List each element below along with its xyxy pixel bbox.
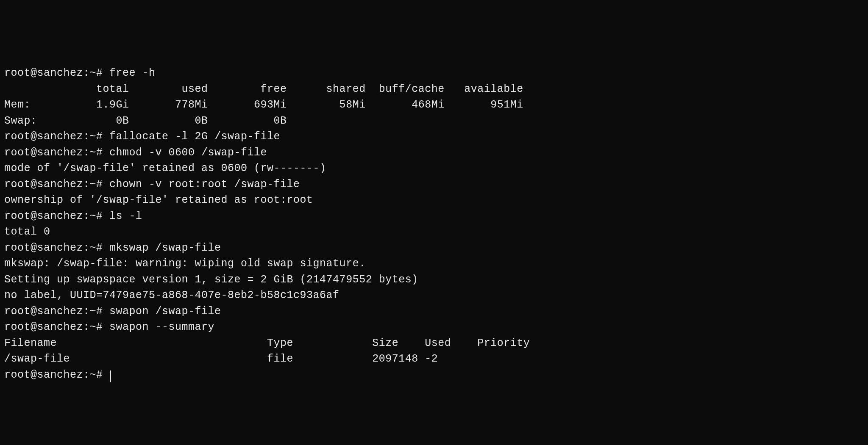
command-text: chown -v root:root /swap-file (109, 178, 300, 191)
terminal-output[interactable]: root@sanchez:~# free -h total used free … (4, 65, 864, 383)
cmd-line-current[interactable]: root@sanchez:~# (4, 367, 864, 383)
command-text: mkswap /swap-file (109, 242, 221, 254)
chmod-output: mode of '/swap-file' retained as 0600 (r… (4, 160, 864, 177)
free-mem-row: Mem: 1.9Gi 778Mi 693Mi 58Mi 468Mi 951Mi (4, 97, 864, 113)
command-text: swapon /swap-file (109, 305, 221, 318)
prompt: root@sanchez:~# (4, 210, 109, 222)
free-header: total used free shared buff/cache availa… (4, 81, 864, 97)
command-text: fallocate -l 2G /swap-file (109, 130, 280, 143)
cmd-line-swapon-summary: root@sanchez:~# swapon --summary (4, 319, 864, 335)
cmd-line-mkswap: root@sanchez:~# mkswap /swap-file (4, 240, 864, 256)
free-swap-row: Swap: 0B 0B 0B (4, 113, 864, 129)
cmd-line-ls: root@sanchez:~# ls -l (4, 208, 864, 224)
prompt: root@sanchez:~# (4, 67, 109, 79)
ls-output: total 0 (4, 224, 864, 240)
prompt: root@sanchez:~# (4, 146, 109, 159)
prompt: root@sanchez:~# (4, 321, 109, 333)
command-text: swapon --summary (109, 321, 214, 333)
cmd-line-swapon: root@sanchez:~# swapon /swap-file (4, 304, 864, 320)
cmd-line-free: root@sanchez:~# free -h (4, 65, 864, 81)
swapon-header: Filename Type Size Used Priority (4, 335, 864, 351)
prompt: root@sanchez:~# (4, 242, 109, 254)
prompt: root@sanchez:~# (4, 369, 109, 381)
prompt: root@sanchez:~# (4, 178, 109, 191)
mkswap-output-3: no label, UUID=7479ae75-a868-407e-8eb2-b… (4, 287, 864, 304)
mkswap-output-1: mkswap: /swap-file: warning: wiping old … (4, 256, 864, 272)
swapon-row: /swap-file file 2097148 -2 (4, 351, 864, 367)
cursor-icon (110, 370, 111, 382)
chown-output: ownership of '/swap-file' retained as ro… (4, 192, 864, 208)
command-text: chmod -v 0600 /swap-file (109, 146, 267, 159)
cmd-line-fallocate: root@sanchez:~# fallocate -l 2G /swap-fi… (4, 129, 864, 145)
cmd-line-chown: root@sanchez:~# chown -v root:root /swap… (4, 177, 864, 193)
prompt: root@sanchez:~# (4, 305, 109, 318)
cmd-line-chmod: root@sanchez:~# chmod -v 0600 /swap-file (4, 145, 864, 161)
command-text: ls -l (109, 210, 142, 222)
command-text: free -h (109, 67, 156, 79)
prompt: root@sanchez:~# (4, 130, 109, 143)
mkswap-output-2: Setting up swapspace version 1, size = 2… (4, 272, 864, 288)
